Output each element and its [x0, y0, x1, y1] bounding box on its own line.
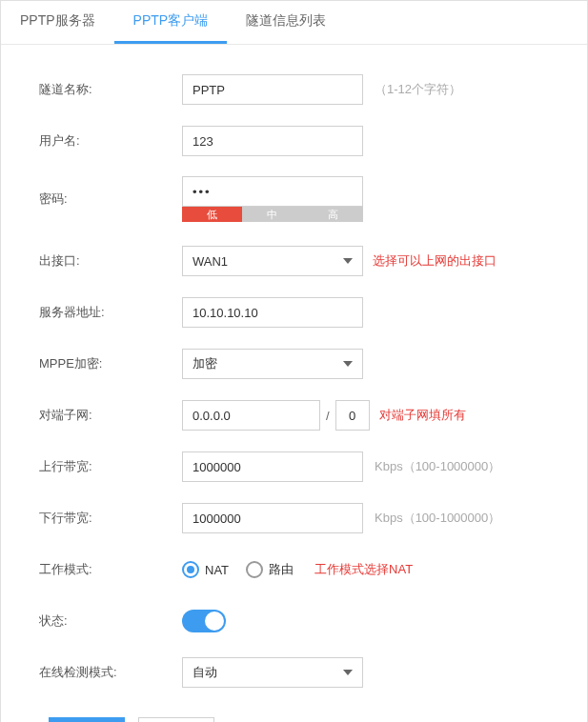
peer-subnet-label: 对端子网: — [20, 407, 182, 424]
tab-tunnel-list[interactable]: 隧道信息列表 — [227, 1, 345, 44]
tab-pptp-client[interactable]: PPTP客户端 — [114, 1, 228, 44]
cancel-button[interactable]: 取消 — [138, 717, 214, 722]
mode-route-label: 路由 — [269, 561, 294, 578]
detect-select[interactable]: 自动 — [182, 657, 363, 688]
tunnel-name-hint: （1-12个字符） — [375, 81, 461, 98]
out-interface-value: WAN1 — [193, 254, 228, 269]
up-bw-label: 上行带宽: — [20, 458, 182, 475]
tab-bar: PPTP服务器 PPTP客户端 隧道信息列表 — [1, 1, 587, 45]
peer-subnet-note: 对端子网填所有 — [379, 407, 466, 424]
peer-subnet-mask-input[interactable] — [335, 400, 370, 431]
chevron-down-icon — [343, 670, 353, 675]
status-label: 状态: — [20, 612, 182, 630]
status-toggle[interactable] — [182, 610, 226, 632]
out-interface-note: 选择可以上网的出接口 — [373, 252, 497, 270]
out-interface-label: 出接口: — [20, 252, 182, 270]
down-bw-input[interactable] — [182, 503, 363, 533]
subnet-slash: / — [326, 409, 330, 423]
chevron-down-icon — [343, 361, 353, 367]
radio-checked-icon — [182, 561, 199, 578]
password-label: 密码: — [20, 191, 182, 208]
up-bw-hint: Kbps（100-1000000） — [375, 458, 500, 475]
pptp-config-panel: PPTP服务器 PPTP客户端 隧道信息列表 隧道名称: （1-12个字符） 用… — [0, 0, 588, 722]
form-buttons: 确定 取消 — [20, 708, 568, 722]
strength-high: 高 — [303, 207, 363, 222]
mppe-select[interactable]: 加密 — [182, 349, 363, 379]
tunnel-name-input[interactable] — [182, 74, 363, 105]
mode-note: 工作模式选择NAT — [314, 561, 413, 578]
out-interface-select[interactable]: WAN1 — [182, 246, 363, 276]
tunnel-name-label: 隧道名称: — [20, 81, 182, 98]
mode-radio-group: NAT 路由 工作模式选择NAT — [182, 561, 413, 578]
mode-radio-route[interactable]: 路由 — [246, 561, 294, 578]
peer-subnet-input[interactable] — [182, 400, 320, 431]
down-bw-label: 下行带宽: — [20, 510, 182, 527]
detect-value: 自动 — [193, 664, 217, 681]
ok-button[interactable]: 确定 — [49, 717, 125, 722]
username-label: 用户名: — [20, 132, 182, 150]
mode-label: 工作模式: — [20, 561, 182, 578]
pptp-client-form: 隧道名称: （1-12个字符） 用户名: 密码: 低 中 高 — [1, 45, 587, 722]
strength-low: 低 — [182, 207, 242, 222]
down-bw-hint: Kbps（100-1000000） — [375, 510, 500, 527]
password-input[interactable] — [182, 176, 363, 207]
tab-pptp-server[interactable]: PPTP服务器 — [1, 1, 114, 44]
toggle-knob-icon — [205, 612, 224, 631]
username-input[interactable] — [182, 126, 363, 156]
radio-unchecked-icon — [246, 561, 263, 578]
strength-mid: 中 — [242, 207, 302, 222]
server-addr-input[interactable] — [182, 297, 363, 328]
password-strength-bar: 低 中 高 — [182, 207, 363, 222]
mppe-label: MPPE加密: — [20, 355, 182, 372]
up-bw-input[interactable] — [182, 451, 363, 482]
mode-nat-label: NAT — [205, 563, 229, 577]
chevron-down-icon — [343, 258, 353, 264]
mode-radio-nat[interactable]: NAT — [182, 561, 229, 578]
detect-label: 在线检测模式: — [20, 664, 182, 681]
mppe-value: 加密 — [193, 355, 217, 372]
server-addr-label: 服务器地址: — [20, 304, 182, 321]
